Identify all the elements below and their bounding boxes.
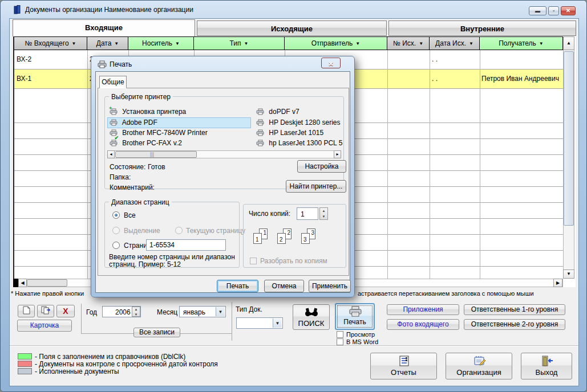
collate-checkbox[interactable]	[250, 258, 257, 264]
cell-out-date: . .	[432, 50, 477, 69]
range-hint-line1: Введите номер страницы или диапазон	[109, 253, 235, 261]
attachments-button[interactable]: Приложения	[387, 304, 459, 315]
column-header-medium[interactable]: Носитель▼	[128, 36, 194, 50]
app-window: Документы организации Наименование орган…	[0, 0, 587, 392]
month-select[interactable]: январь ▼	[179, 306, 226, 317]
printer-icon	[256, 139, 264, 149]
column-header-out-date[interactable]: Дата Исх.▼	[430, 36, 480, 50]
list-scroll-thumb[interactable]	[115, 151, 197, 158]
scroll-left-button[interactable]: ◀	[18, 279, 27, 287]
dialog-cancel-button[interactable]: Отмена	[264, 280, 304, 292]
list-scroll-left-button[interactable]: ◂	[107, 150, 115, 158]
scroll-down-button[interactable]: ▼	[563, 270, 574, 279]
search-button[interactable]: ПОИСК	[293, 304, 330, 330]
sort-arrow-icon[interactable]: ▼	[175, 41, 180, 46]
dialog-tab-general[interactable]: Общие	[99, 76, 127, 88]
window-title: Документы организации Наименование орган…	[25, 6, 193, 14]
doctype-select[interactable]: ▼	[236, 317, 283, 329]
radio-current-label: Текущую страницу	[186, 227, 245, 235]
printer-group-label: Выберите принтер	[109, 93, 173, 101]
column-header-incoming-num[interactable]: № Входящего▼	[14, 36, 87, 50]
find-printer-button[interactable]: Найти принтер...	[286, 180, 346, 193]
dropdown-arrow-icon[interactable]: ▼	[216, 307, 225, 316]
binoculars-icon	[305, 307, 318, 318]
scroll-right-button[interactable]: ▶	[553, 279, 562, 287]
printer-item-brother-fax[interactable]: Brother PC-FAX v.2	[110, 138, 182, 149]
title-bar: Документы организации Наименование орган…	[1, 1, 586, 18]
radio-pages[interactable]	[112, 242, 120, 249]
column-header-type[interactable]: Тип▼	[194, 36, 285, 50]
minimize-icon: ▬	[529, 7, 546, 15]
printer-item-brother-mfc[interactable]: ✔ Brother MFC-7840W Printer	[110, 128, 208, 138]
preview-checkbox[interactable]	[337, 331, 343, 338]
printer-item-hp-laserjet-1015[interactable]: HP LaserJet 1015	[256, 128, 323, 138]
responsible-level2-button[interactable]: Ответственные 2-го уровня	[464, 319, 565, 330]
tab-incoming[interactable]: Входящие	[13, 19, 195, 36]
sort-arrow-icon[interactable]: ▼	[419, 41, 423, 46]
exit-button[interactable]: Выход	[521, 353, 572, 379]
column-header-out-num[interactable]: № Исх.▼	[387, 36, 430, 50]
sort-arrow-icon[interactable]: ▼	[244, 41, 249, 46]
organization-icon	[473, 356, 486, 368]
printer-item-install[interactable]: + Установка принтера	[110, 107, 186, 117]
printer-icon	[256, 108, 264, 118]
sort-arrow-icon[interactable]: ▼	[114, 41, 119, 46]
restore-button[interactable]: ▫	[548, 6, 559, 15]
printer-icon	[349, 306, 362, 318]
sort-arrow-icon[interactable]: ▼	[469, 41, 473, 46]
list-scroll-right-button[interactable]: ▸	[334, 150, 341, 158]
copies-spinner[interactable]: ▲▼	[319, 207, 328, 220]
printer-settings-button[interactable]: Настройка	[297, 160, 346, 173]
legend-swatch-green	[18, 353, 32, 360]
printer-item-hp-laserjet-1300[interactable]: hp LaserJet 1300 PCL 5	[256, 138, 342, 149]
sort-arrow-icon[interactable]: ▼	[72, 41, 76, 46]
column-line	[387, 50, 388, 279]
printer-item-adobe-pdf[interactable]: Adobe PDF	[110, 118, 157, 128]
horizontal-scroll-thumb[interactable]	[27, 279, 67, 287]
copy-document-button[interactable]	[37, 305, 54, 317]
radio-current-page[interactable]	[175, 227, 183, 234]
column-header-recipient[interactable]: Получатель▼	[480, 36, 563, 50]
year-spinner[interactable]: ▲▼	[132, 307, 140, 317]
spin-down-icon: ▼	[132, 312, 140, 317]
new-document-button[interactable]	[18, 305, 35, 317]
copies-input[interactable]: 1	[297, 207, 318, 220]
radio-selection[interactable]	[112, 227, 120, 234]
dialog-print-button[interactable]: Печать	[217, 280, 258, 292]
toolbar-divider	[81, 304, 82, 334]
organization-button[interactable]: Организация	[446, 353, 512, 379]
sort-arrow-icon[interactable]: ▼	[355, 41, 360, 46]
tab-label: Внутренние	[389, 24, 576, 33]
dropdown-arrow-icon[interactable]: ▼	[273, 318, 282, 328]
legend-label: - Документы на контроле с просроченной д…	[35, 360, 218, 368]
year-input[interactable]: 2006 ▲▼	[102, 306, 141, 317]
thumb-grip-icon: |||	[150, 151, 154, 158]
msword-checkbox[interactable]	[337, 338, 343, 345]
spin-up-icon: ▲	[320, 208, 327, 214]
dialog-apply-button[interactable]: Применить	[309, 280, 351, 292]
pages-range-input[interactable]	[146, 239, 226, 251]
printer-item-dopdf[interactable]: doPDF v7	[256, 107, 299, 117]
delete-document-button[interactable]: X	[56, 305, 75, 317]
scroll-up-button[interactable]: ▲	[563, 36, 574, 50]
print-toolbar-button[interactable]: Печать	[335, 303, 375, 330]
sort-arrow-icon[interactable]: ▼	[539, 41, 544, 46]
collate-pages-icon: 1 1 2 2 3 3	[251, 228, 325, 252]
responsible-level1-button[interactable]: Ответственные 1-го уровня	[464, 304, 565, 315]
column-line	[480, 50, 480, 279]
tab-internal[interactable]: Внутренние	[388, 21, 576, 36]
radio-all-pages[interactable]	[112, 211, 120, 219]
incoming-photo-button[interactable]: Фото входящего	[387, 319, 459, 330]
dialog-close-button[interactable]: ✕	[321, 58, 341, 68]
column-header-date[interactable]: Дата▼	[87, 36, 128, 50]
tab-outgoing[interactable]: Исходящие	[197, 21, 387, 36]
vertical-scroll-thumb[interactable]	[564, 51, 574, 226]
dialog-client: Общие Выберите принтер + Установка принт…	[95, 71, 350, 293]
column-header-sender[interactable]: Отправитель▼	[285, 36, 387, 50]
reports-button[interactable]: Отчеты	[370, 353, 437, 379]
printer-item-hp-deskjet[interactable]: HP Deskjet 1280 series	[256, 118, 341, 128]
close-button[interactable]: ✕	[561, 6, 576, 15]
card-button[interactable]: Карточка	[17, 320, 72, 332]
all-records-button[interactable]: Все записи	[133, 328, 180, 337]
minimize-button[interactable]: ▬	[529, 6, 546, 15]
